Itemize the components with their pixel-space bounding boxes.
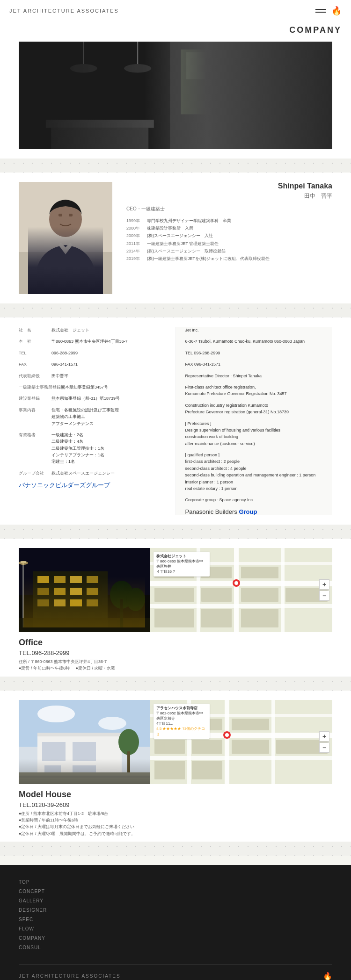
svg-rect-48 xyxy=(234,548,239,632)
info-label: 代表取締役 xyxy=(19,373,51,379)
svg-rect-34 xyxy=(54,599,66,606)
footer-nav-link[interactable]: CONCEPT xyxy=(19,889,45,894)
svg-rect-81 xyxy=(225,700,229,784)
info-row-en: [ Prefectures ]Design supervision of hou… xyxy=(185,420,333,447)
info-value: 株式会社スペースエージェンシー xyxy=(51,470,166,476)
svg-rect-76 xyxy=(19,772,150,784)
svg-rect-18 xyxy=(19,252,112,294)
info-row-en: Corporate group : Space agency Inc. xyxy=(185,497,333,503)
footer-nav-item[interactable]: TOP xyxy=(19,879,332,885)
info-row-en: FAX 096-341-1571 xyxy=(185,361,333,368)
footer-nav-item[interactable]: CONSUL xyxy=(19,944,332,950)
office-map[interactable]: 株式会社ジェット〒860-0863 熊本県熊本市中央区坪井４丁目36-7 + − xyxy=(150,548,332,632)
svg-rect-2 xyxy=(170,42,332,149)
profile-text: (株)スペースエージェンシー 取締役就任 xyxy=(147,247,226,255)
info-row-jp: 有資格者一級建築士：2名二級建築士：4名二級建築施工管理技士：1名インテリアプラ… xyxy=(19,432,166,465)
footer-nav-item[interactable]: COMPANY xyxy=(19,935,332,941)
office-hours-2: ●定休日 / 火曜・水曜 xyxy=(75,666,115,670)
info-label: グループ会社 xyxy=(19,470,51,476)
svg-rect-0 xyxy=(19,42,332,149)
footer-nav-link[interactable]: DESIGNER xyxy=(19,908,47,913)
hero-image xyxy=(19,42,332,149)
svg-rect-73 xyxy=(73,765,96,779)
svg-point-67 xyxy=(98,717,126,730)
svg-rect-56 xyxy=(201,588,232,602)
profile-year: 2011年 xyxy=(126,240,144,247)
model-map-zoom-out[interactable]: − xyxy=(319,742,329,753)
model-map-popup: アラセンハウス水前寺店〒862-0952 熊本県熊本市中央区水前寺4丁目11..… xyxy=(154,704,210,739)
map-zoom-out[interactable]: − xyxy=(319,591,329,601)
model-maps: アラセンハウス水前寺店〒862-0952 熊本県熊本市中央区水前寺4丁目11..… xyxy=(19,700,332,784)
svg-rect-72 xyxy=(44,765,61,779)
info-label: 事業内容 xyxy=(19,407,51,427)
svg-rect-55 xyxy=(154,588,194,602)
model-map-controls[interactable]: + − xyxy=(319,731,329,753)
info-value-en: Representative Director : Shinpei Tanaka xyxy=(185,373,333,379)
info-value: 熊本県知事登録（般-31）第18739号 xyxy=(51,395,166,402)
info-table-jp: 社 名株式会社 ジェット本 社〒860-0863 熊本市中央区坪井4丁目36-7… xyxy=(19,327,176,515)
svg-rect-27 xyxy=(70,576,82,583)
svg-rect-80 xyxy=(150,756,332,760)
info-value-en: First-class architect office registratio… xyxy=(185,384,333,397)
footer-nav-link[interactable]: FLOW xyxy=(19,926,34,931)
info-row-jp: FAX096-341-1571 xyxy=(19,361,166,368)
footer-nav-link[interactable]: GALLERY xyxy=(19,898,44,903)
footer-flame-icon: 🔥 xyxy=(323,972,332,980)
model-map-zoom-in[interactable]: + xyxy=(319,731,329,742)
model-section: アラセンハウス水前寺店〒862-0952 熊本県熊本市中央区水前寺4丁目11..… xyxy=(0,691,351,842)
page-title-bar: COMPANY xyxy=(0,22,351,37)
model-map[interactable]: アラセンハウス水前寺店〒862-0952 熊本県熊本市中央区水前寺4丁目11..… xyxy=(150,700,332,784)
info-value: 熊本県知事登録第3457号 xyxy=(61,384,166,390)
svg-rect-75 xyxy=(127,751,130,779)
office-tel: TEL.096-288-2999 xyxy=(19,649,332,656)
profile-history-item: 2019年(株)一級建築士事務所JETを(株)ジェットに改組、代表取締役就任 xyxy=(126,255,332,262)
profile-section: Shinpei Tanaka 田中 晋平 CEO・一級建築士 1999年専門学校… xyxy=(0,173,351,303)
map-controls[interactable]: + − xyxy=(319,579,329,601)
header-logo: JET ARCHITECTURE ASSOCIATES xyxy=(9,8,119,14)
hamburger-menu[interactable] xyxy=(315,9,326,13)
footer-nav-item[interactable]: GALLERY xyxy=(19,898,332,903)
model-title: Model House xyxy=(19,790,332,800)
model-note: ●定休日 / 火曜は毎月末の定休日までお気軽にご来場ください xyxy=(19,824,134,829)
svg-rect-37 xyxy=(22,562,24,627)
model-house-photo xyxy=(19,700,150,784)
profile-history: 1999年専門学校九州デザイナー学院建築学科 卒業2000年株建築設計事務所 入… xyxy=(126,217,332,262)
panasonic-link-jp[interactable]: パナソニックビルダーズグループ xyxy=(19,481,166,490)
svg-rect-43 xyxy=(120,599,123,627)
footer-nav-item[interactable]: CONCEPT xyxy=(19,888,332,894)
footer-nav-link[interactable]: TOP xyxy=(19,879,29,885)
profile-name-en: Shinpei Tanaka xyxy=(126,182,332,190)
svg-point-63 xyxy=(234,581,238,585)
svg-point-44 xyxy=(126,588,145,611)
footer-nav-link[interactable]: SPEC xyxy=(19,917,33,922)
svg-rect-60 xyxy=(241,609,278,627)
svg-point-95 xyxy=(225,733,229,737)
footer-nav-item[interactable]: SPEC xyxy=(19,916,332,922)
info-row-en: [ qualified person ]first-class architec… xyxy=(185,452,333,492)
profile-year: 2000年 xyxy=(126,224,144,232)
footer-nav-item[interactable]: DESIGNER xyxy=(19,907,332,913)
svg-rect-46 xyxy=(150,581,332,586)
info-row-jp: 事業内容住宅・各種施設の設計及び工事監理建築物の工事施工アフターメンテナンス xyxy=(19,407,166,427)
footer-nav-link[interactable]: CONSUL xyxy=(19,945,41,950)
svg-rect-77 xyxy=(19,776,150,778)
profile-year: 2019年 xyxy=(126,255,144,262)
info-value-en: 6-36-7 Tsuboi, Kumamoto Chuo-ku, Kumamot… xyxy=(185,338,333,345)
footer-nav-item[interactable]: FLOW xyxy=(19,926,332,931)
svg-rect-70 xyxy=(42,742,66,761)
info-value-en: [ Prefectures ]Design supervision of hou… xyxy=(185,420,333,447)
map-zoom-in[interactable]: + xyxy=(319,579,329,590)
svg-rect-21 xyxy=(69,214,73,216)
office-map-popup: 株式会社ジェット〒860-0863 熊本県熊本市中央区坪井４丁目36-7 xyxy=(154,552,210,576)
panasonic-link-en[interactable]: Panasonic Builders Group xyxy=(185,508,333,515)
profile-year: 2009年 xyxy=(126,232,144,239)
profile-text: (株)一級建築士事務所JETを(株)ジェットに改組、代表取締役就任 xyxy=(147,255,270,262)
profile-text: 株建築設計事務所 入所 xyxy=(147,224,193,232)
footer-nav-link[interactable]: COMPANY xyxy=(19,936,45,941)
profile-photo xyxy=(19,182,112,294)
svg-rect-57 xyxy=(241,588,278,602)
svg-rect-71 xyxy=(73,742,96,761)
office-section: 株式会社ジェット〒860-0863 熊本県熊本市中央区坪井４丁目36-7 + −… xyxy=(0,539,351,677)
svg-rect-10 xyxy=(186,52,229,79)
svg-rect-11 xyxy=(235,52,273,79)
